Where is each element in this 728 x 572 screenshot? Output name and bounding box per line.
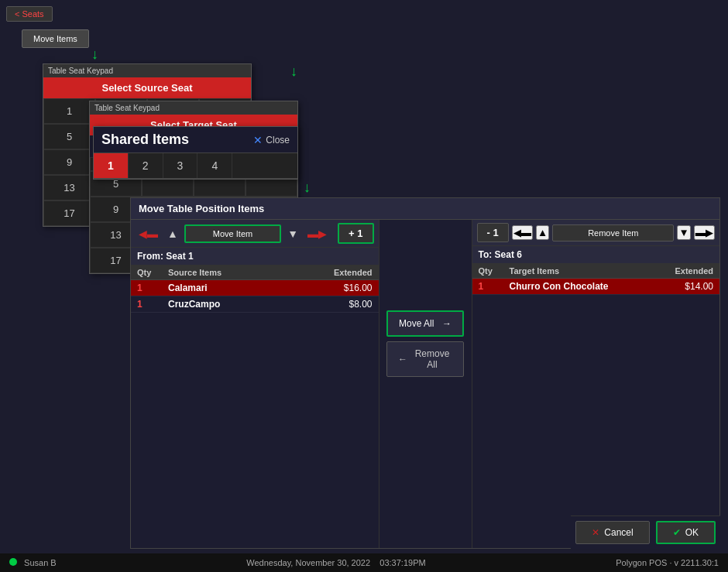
status-user: Susan B xyxy=(9,558,57,567)
source-pane: ◀▬ ▲ Move Item ▼ ▬▶ + 1 From: Seat 1 Qty… xyxy=(131,220,379,548)
target-move-up-icon[interactable]: ▲ xyxy=(536,225,549,240)
keypad-source-title: Table Seat Keypad xyxy=(43,64,251,77)
move-panel: Move Table Position Items ◀▬ ▲ Move Item… xyxy=(130,197,720,549)
to-label: To: Seat 6 xyxy=(472,246,720,264)
ok-label: OK xyxy=(685,527,699,538)
remove-all-button[interactable]: ← Remove All xyxy=(386,341,464,377)
source-move-right-icon[interactable]: ▬▶ xyxy=(304,226,330,241)
source-toolbar: ◀▬ ▲ Move Item ▼ ▬▶ + 1 xyxy=(131,220,379,248)
bottom-actions: ✕ Cancel ✔ OK xyxy=(571,515,720,549)
remove-all-label: Remove All xyxy=(412,348,452,370)
keypad-cell-1[interactable]: 1 xyxy=(43,98,95,124)
remove-item-button[interactable]: Remove Item xyxy=(552,224,674,241)
source-item-ext-1: $16.00 xyxy=(318,283,373,293)
source-move-down-icon[interactable]: ▼ xyxy=(284,226,301,241)
target-move-left-icon[interactable]: ◀▬ xyxy=(512,225,533,240)
seat-tab-4[interactable]: 4 xyxy=(197,153,232,178)
target-item-row-1[interactable]: 1 Churro Con Chocolate $14.00 xyxy=(472,279,720,295)
seat-tabs: 1 2 3 4 xyxy=(94,153,297,179)
target-item-ext-1: $14.00 xyxy=(659,281,713,292)
ok-button[interactable]: ✔ OK xyxy=(656,521,716,544)
target-pane: - 1 ◀▬ ▲ Remove Item ▼ ▬▶ To: Seat 6 Qty… xyxy=(472,220,720,548)
keypad-target-title: Table Seat Keypad xyxy=(90,101,297,115)
remove-all-arrow-icon: ← xyxy=(398,354,407,365)
target-col-headers: Qty Target Items Extended xyxy=(472,264,720,279)
target-move-right-icon[interactable]: ▬▶ xyxy=(694,225,715,240)
cancel-button[interactable]: ✕ Cancel xyxy=(575,521,649,544)
source-item-ext-2: $8.00 xyxy=(318,299,373,310)
back-button[interactable]: < Seats xyxy=(6,6,53,22)
seat-tab-1[interactable]: 1 xyxy=(94,153,129,178)
shared-items-header: Shared Items ✕ Close xyxy=(94,127,297,153)
move-panel-body: ◀▬ ▲ Move Item ▼ ▬▶ + 1 From: Seat 1 Qty… xyxy=(131,220,719,548)
plus-one-button[interactable]: + 1 xyxy=(338,223,373,244)
arrow-connector-3: ↓ xyxy=(304,180,311,196)
keypad-cell-17[interactable]: 17 xyxy=(43,200,95,226)
source-col-headers: Qty Source Items Extended xyxy=(131,265,379,280)
ok-check-icon: ✔ xyxy=(673,527,681,538)
target-move-down-icon[interactable]: ▼ xyxy=(677,225,690,240)
source-empty xyxy=(131,313,379,548)
move-all-arrow-icon: → xyxy=(442,318,452,329)
target-item-name-1: Churro Con Chocolate xyxy=(510,281,660,292)
source-move-left-icon[interactable]: ◀▬ xyxy=(136,226,161,241)
arrow-connector-2: ↓ xyxy=(290,63,297,80)
user-name: Susan B xyxy=(24,558,57,567)
close-x-icon: ✕ xyxy=(253,134,263,146)
keypad-cell-13[interactable]: 13 xyxy=(43,175,95,200)
source-item-row-1[interactable]: 1 Calamari $16.00 xyxy=(131,280,379,296)
shared-items-title: Shared Items xyxy=(101,132,189,148)
status-version: Polygon POS · v 2211.30:1 xyxy=(616,558,719,567)
user-online-dot xyxy=(9,558,17,566)
move-item-button[interactable]: Move Item xyxy=(184,224,281,243)
close-button[interactable]: ✕ Close xyxy=(253,134,290,146)
target-col-ext: Extended xyxy=(659,266,713,276)
target-item-qty-1: 1 xyxy=(479,281,510,292)
target-col-items: Target Items xyxy=(510,266,660,276)
close-label: Close xyxy=(266,135,290,146)
status-bar: Susan B Wednesday, November 30, 2022 03:… xyxy=(0,553,728,572)
source-item-name-1: Calamari xyxy=(168,283,318,293)
source-item-name-2: CruzCampo xyxy=(168,299,318,310)
move-items-button[interactable]: Move Items xyxy=(22,29,89,48)
source-item-qty-2: 1 xyxy=(137,299,168,310)
source-col-ext: Extended xyxy=(318,268,373,277)
source-item-row-2[interactable]: 1 CruzCampo $8.00 xyxy=(131,296,379,313)
source-item-qty-1: 1 xyxy=(137,283,168,293)
move-all-button[interactable]: Move All → xyxy=(386,310,464,337)
keypad-source-header: Select Source Seat xyxy=(43,77,251,98)
arrow-connector-1: ↓ xyxy=(91,46,98,63)
target-toolbar: - 1 ◀▬ ▲ Remove Item ▼ ▬▶ xyxy=(472,220,720,246)
from-label: From: Seat 1 xyxy=(131,248,379,265)
seat-tab-2[interactable]: 2 xyxy=(129,153,163,178)
source-col-items: Source Items xyxy=(168,268,318,277)
status-date: Wednesday, November 30, 2022 03:37:19PM xyxy=(246,558,425,567)
keypad-cell-5[interactable]: 5 xyxy=(43,124,95,149)
shared-items-panel: Shared Items ✕ Close 1 2 3 4 xyxy=(93,126,298,180)
move-panel-title: Move Table Position Items xyxy=(131,198,719,220)
target-empty xyxy=(472,295,720,548)
target-col-qty: Qty xyxy=(479,266,510,276)
move-all-label: Move All xyxy=(399,318,434,329)
cancel-x-icon: ✕ xyxy=(592,527,599,538)
seat-tab-3[interactable]: 3 xyxy=(163,153,198,178)
cancel-label: Cancel xyxy=(604,527,633,538)
source-move-up-icon[interactable]: ▲ xyxy=(164,226,181,241)
keypad-cell-9[interactable]: 9 xyxy=(43,149,95,175)
middle-controls: Move All → ← Remove All xyxy=(379,220,472,548)
minus-one-button[interactable]: - 1 xyxy=(477,223,509,242)
source-col-qty: Qty xyxy=(137,268,168,277)
